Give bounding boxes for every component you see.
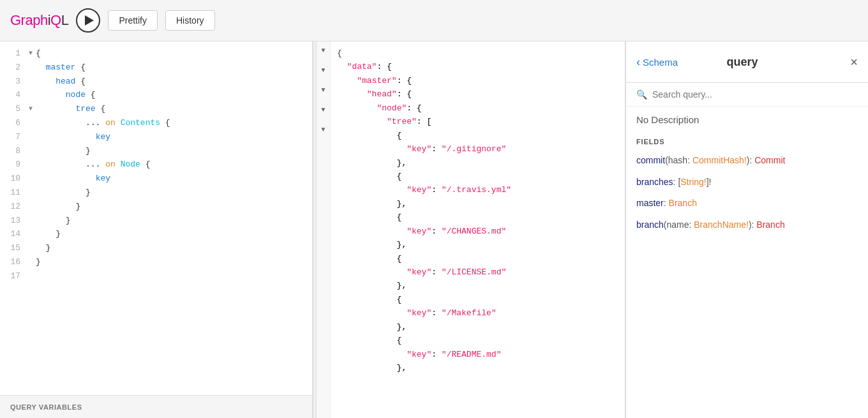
- search-box: 🔍: [626, 83, 868, 107]
- run-button[interactable]: [76, 8, 100, 33]
- result-json: { "data": { "master": { "head": { "node"…: [317, 41, 625, 380]
- code-line-11: 11 }: [0, 186, 312, 200]
- chevron-left-icon: ‹: [636, 56, 640, 69]
- query-editor[interactable]: 1 ▼ { 2 master { 3 head {: [0, 41, 312, 395]
- main-area: 1 ▼ { 2 master { 3 head {: [0, 41, 868, 418]
- code-line-3: 3 head {: [0, 75, 312, 89]
- editor-panel: 1 ▼ { 2 master { 3 head {: [0, 41, 313, 418]
- code-lines: 1 ▼ { 2 master { 3 head {: [0, 47, 312, 283]
- fields-label: FIELDS: [636, 138, 858, 146]
- field-commit[interactable]: commit(hash: CommitHash!): Commit: [636, 154, 858, 167]
- code-line-10: 10 key: [0, 172, 312, 186]
- result-gutter: ▼ ▼ ▼ ▼ ▼: [317, 41, 331, 418]
- search-input[interactable]: [652, 89, 858, 100]
- code-line-13: 13 }: [0, 214, 312, 228]
- no-description: No Description: [636, 114, 858, 125]
- app-logo: GraphiQL: [10, 12, 68, 29]
- search-icon: 🔍: [636, 89, 647, 100]
- code-line-2: 2 master {: [0, 61, 312, 75]
- run-icon: [85, 15, 94, 26]
- code-line-6: 6 ... on Contents {: [0, 116, 312, 130]
- collapse-arrow-2[interactable]: ▼: [320, 66, 327, 73]
- code-line-16: 16 }: [0, 255, 312, 269]
- schema-back-link[interactable]: ‹ Schema: [636, 56, 678, 69]
- schema-panel-header: ‹ Schema query ×: [626, 41, 868, 83]
- collapse-arrow-3[interactable]: ▼: [320, 86, 327, 93]
- app-header: GraphiQL Prettify History: [0, 0, 868, 41]
- prettify-button[interactable]: Prettify: [108, 10, 158, 31]
- schema-panel: ‹ Schema query × 🔍 No Description FIELDS…: [625, 41, 868, 418]
- code-line-14: 14 }: [0, 227, 312, 241]
- field-master[interactable]: master: Branch: [636, 197, 858, 210]
- code-line-15: 15 }: [0, 241, 312, 255]
- schema-panel-title: query: [726, 56, 758, 69]
- result-panel: ▼ ▼ ▼ ▼ ▼ { "data": { "master": { "head"…: [317, 41, 625, 418]
- code-line-7: 7 key: [0, 130, 312, 144]
- code-line-4: 4 node {: [0, 88, 312, 102]
- code-line-12: 12 }: [0, 200, 312, 214]
- schema-body: No Description FIELDS commit(hash: Commi…: [626, 107, 868, 418]
- code-line-17: 17: [0, 269, 312, 283]
- query-variables-label[interactable]: Query Variables: [0, 395, 312, 418]
- history-button[interactable]: History: [165, 10, 215, 31]
- collapse-arrow-5[interactable]: ▼: [320, 126, 327, 133]
- code-line-8: 8 }: [0, 144, 312, 158]
- code-line-5: 5 ▼ tree {: [0, 102, 312, 116]
- collapse-arrow-1[interactable]: ▼: [320, 47, 327, 54]
- code-line-1: 1 ▼ {: [0, 47, 312, 61]
- collapse-arrow-4[interactable]: ▼: [320, 106, 327, 113]
- close-icon[interactable]: ×: [850, 55, 858, 70]
- code-line-9: 9 ... on Node {: [0, 158, 312, 172]
- field-branches[interactable]: branches: [String!]!: [636, 176, 858, 189]
- field-branch[interactable]: branch(name: BranchName!): Branch: [636, 219, 858, 232]
